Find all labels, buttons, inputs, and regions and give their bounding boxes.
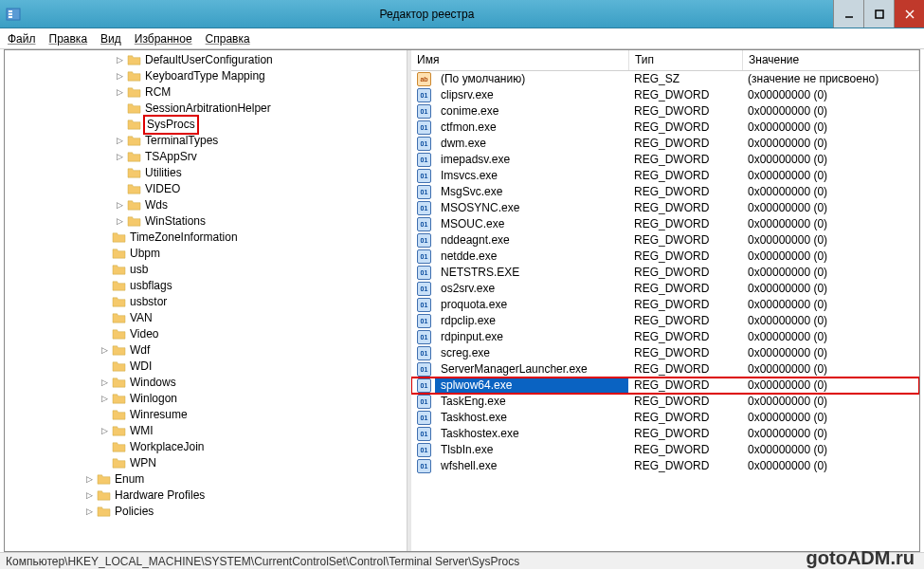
tree-item-defaultuserconfiguration[interactable]: ▷DefaultUserConfiguration bbox=[5, 52, 407, 68]
reg-dword-icon: 01 bbox=[417, 443, 431, 457]
reg-dword-icon: 01 bbox=[417, 282, 431, 296]
list-row[interactable]: 01Taskhost.exeREG_DWORD0x00000000 (0) bbox=[411, 410, 919, 426]
list-row[interactable]: 01clipsrv.exeREG_DWORD0x00000000 (0) bbox=[411, 87, 919, 103]
expander-icon[interactable]: ▷ bbox=[84, 504, 95, 520]
col-header-name[interactable]: Имя bbox=[411, 50, 629, 70]
value-type: REG_DWORD bbox=[628, 87, 742, 103]
list-pane[interactable]: Имя Тип Значение ab(По умолчанию)REG_SZ(… bbox=[411, 50, 919, 551]
maximize-button[interactable] bbox=[863, 0, 894, 28]
tree-item-utilities[interactable]: Utilities bbox=[5, 165, 407, 181]
tree-item-policies[interactable]: ▷Policies bbox=[5, 504, 407, 520]
list-row[interactable]: 01os2srv.exeREG_DWORD0x00000000 (0) bbox=[411, 281, 919, 297]
col-header-value[interactable]: Значение bbox=[743, 50, 919, 70]
value-data: 0x00000000 (0) bbox=[742, 249, 919, 265]
list-row[interactable]: 01screg.exeREG_DWORD0x00000000 (0) bbox=[411, 345, 919, 361]
tree-item-wmi[interactable]: ▷WMI bbox=[5, 423, 407, 439]
tree-item-sysprocs[interactable]: SysProcs bbox=[5, 117, 407, 133]
list-row[interactable]: 01rdpclip.exeREG_DWORD0x00000000 (0) bbox=[411, 313, 919, 329]
list-row[interactable]: 01MsgSvc.exeREG_DWORD0x00000000 (0) bbox=[411, 184, 919, 200]
expander-icon[interactable]: ▷ bbox=[115, 133, 125, 149]
value-data: 0x00000000 (0) bbox=[742, 103, 919, 120]
tree-item-wds[interactable]: ▷Wds bbox=[5, 197, 407, 213]
tree-item-video[interactable]: Video bbox=[5, 326, 407, 342]
tree-item-windows[interactable]: ▷Windows bbox=[5, 375, 407, 391]
tree-item-hardware-profiles[interactable]: ▷Hardware Profiles bbox=[5, 488, 407, 504]
col-header-type[interactable]: Тип bbox=[629, 50, 743, 70]
expander-icon[interactable]: ▷ bbox=[84, 471, 95, 488]
menu-file[interactable]: Файл bbox=[8, 32, 36, 46]
expander-icon[interactable]: ▷ bbox=[115, 213, 125, 230]
reg-dword-icon: 01 bbox=[417, 201, 431, 215]
menu-favorites[interactable]: Избранное bbox=[135, 32, 192, 46]
expander-icon[interactable]: ▷ bbox=[100, 375, 110, 391]
list-row[interactable]: 01dwm.exeREG_DWORD0x00000000 (0) bbox=[411, 136, 919, 152]
tree-pane[interactable]: ▷DefaultUserConfiguration▷KeyboardType M… bbox=[5, 50, 408, 551]
value-name: proquota.exe bbox=[435, 297, 628, 313]
list-row[interactable]: 01MSOSYNC.exeREG_DWORD0x00000000 (0) bbox=[411, 200, 919, 216]
list-row[interactable]: ab(По умолчанию)REG_SZ(значение не присв… bbox=[411, 71, 919, 87]
list-row[interactable]: 01ctfmon.exeREG_DWORD0x00000000 (0) bbox=[411, 120, 919, 136]
value-name: splwow64.exe bbox=[435, 378, 628, 394]
list-row[interactable]: 01splwow64.exeREG_DWORD0x00000000 (0) bbox=[411, 378, 919, 394]
tree-item-enum[interactable]: ▷Enum bbox=[5, 471, 407, 488]
value-data: 0x00000000 (0) bbox=[742, 297, 919, 313]
list-row[interactable]: 01rdpinput.exeREG_DWORD0x00000000 (0) bbox=[411, 329, 919, 345]
value-data: 0x00000000 (0) bbox=[742, 184, 919, 200]
tree-item-tsappsrv[interactable]: ▷TSAppSrv bbox=[5, 149, 407, 165]
tree-item-winlogon[interactable]: ▷Winlogon bbox=[5, 391, 407, 407]
folder-icon bbox=[112, 312, 126, 324]
tree-item-timezoneinformation[interactable]: TimeZoneInformation bbox=[5, 230, 407, 246]
value-name: ctfmon.exe bbox=[435, 120, 628, 136]
tree-item-usb[interactable]: usb bbox=[5, 262, 407, 278]
list-row[interactable]: 01proquota.exeREG_DWORD0x00000000 (0) bbox=[411, 297, 919, 313]
list-row[interactable]: 01Imsvcs.exeREG_DWORD0x00000000 (0) bbox=[411, 168, 919, 184]
expander-icon[interactable]: ▷ bbox=[84, 488, 95, 504]
tree-item-wdf[interactable]: ▷Wdf bbox=[5, 342, 407, 359]
tree-item-usbflags[interactable]: usbflags bbox=[5, 278, 407, 294]
reg-dword-icon: 01 bbox=[417, 104, 431, 119]
tree-item-winresume[interactable]: Winresume bbox=[5, 407, 407, 423]
value-name: imepadsv.exe bbox=[435, 152, 628, 168]
list-row[interactable]: 01NETSTRS.EXEREG_DWORD0x00000000 (0) bbox=[411, 265, 919, 281]
tree-item-keyboardtype-mapping[interactable]: ▷KeyboardType Mapping bbox=[5, 68, 407, 84]
value-type: REG_DWORD bbox=[628, 103, 742, 120]
tree-label: Utilities bbox=[145, 165, 182, 181]
list-row[interactable]: 01nddeagnt.exeREG_DWORD0x00000000 (0) bbox=[411, 232, 919, 249]
tree-item-van[interactable]: VAN bbox=[5, 310, 407, 326]
close-button[interactable] bbox=[894, 0, 924, 28]
menu-view[interactable]: Вид bbox=[100, 32, 121, 46]
list-row[interactable]: 01TaskEng.exeREG_DWORD0x00000000 (0) bbox=[411, 394, 919, 410]
tree-item-winstations[interactable]: ▷WinStations bbox=[5, 213, 407, 230]
expander-icon[interactable]: ▷ bbox=[115, 149, 125, 165]
expander-icon[interactable]: ▷ bbox=[115, 52, 125, 68]
tree-item-sessionarbitrationhelper[interactable]: SessionArbitrationHelper bbox=[5, 101, 407, 117]
expander-icon[interactable]: ▷ bbox=[100, 342, 110, 359]
minimize-button[interactable] bbox=[833, 0, 863, 28]
tree-item-ubpm[interactable]: Ubpm bbox=[5, 246, 407, 262]
expander-icon[interactable]: ▷ bbox=[115, 84, 125, 101]
menu-help[interactable]: Справка bbox=[206, 32, 250, 46]
tree-item-usbstor[interactable]: usbstor bbox=[5, 294, 407, 310]
expander-icon[interactable]: ▷ bbox=[115, 68, 125, 84]
list-row[interactable]: 01Taskhostex.exeREG_DWORD0x00000000 (0) bbox=[411, 426, 919, 442]
tree-item-rcm[interactable]: ▷RCM bbox=[5, 84, 407, 101]
reg-string-icon: ab bbox=[417, 72, 431, 86]
tree-item-video[interactable]: VIDEO bbox=[5, 181, 407, 197]
menu-edit[interactable]: Правка bbox=[49, 32, 88, 46]
tree-item-terminaltypes[interactable]: ▷TerminalTypes bbox=[5, 133, 407, 149]
list-row[interactable]: 01netdde.exeREG_DWORD0x00000000 (0) bbox=[411, 249, 919, 265]
tree-item-wpn[interactable]: WPN bbox=[5, 455, 407, 471]
status-path: Компьютер\HKEY_LOCAL_MACHINE\SYSTEM\Curr… bbox=[6, 555, 519, 568]
expander-icon[interactable]: ▷ bbox=[100, 391, 110, 407]
tree-item-workplacejoin[interactable]: WorkplaceJoin bbox=[5, 439, 407, 455]
list-row[interactable]: 01wfshell.exeREG_DWORD0x00000000 (0) bbox=[411, 458, 919, 474]
list-row[interactable]: 01TlsbIn.exeREG_DWORD0x00000000 (0) bbox=[411, 442, 919, 458]
expander-icon[interactable]: ▷ bbox=[115, 197, 125, 213]
list-row[interactable]: 01imepadsv.exeREG_DWORD0x00000000 (0) bbox=[411, 152, 919, 168]
tree-item-wdi[interactable]: WDI bbox=[5, 359, 407, 375]
list-row[interactable]: 01MSOUC.exeREG_DWORD0x00000000 (0) bbox=[411, 216, 919, 232]
folder-icon bbox=[97, 473, 111, 486]
list-row[interactable]: 01conime.exeREG_DWORD0x00000000 (0) bbox=[411, 103, 919, 120]
expander-icon[interactable]: ▷ bbox=[100, 423, 110, 439]
list-row[interactable]: 01ServerManagerLauncher.exeREG_DWORD0x00… bbox=[411, 361, 919, 378]
